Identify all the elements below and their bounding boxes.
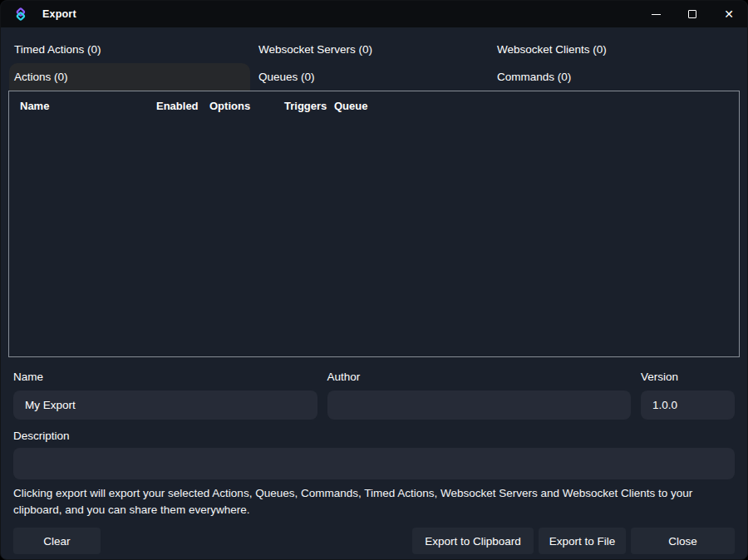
tab-timed-actions[interactable]: Timed Actions (0) [1, 36, 250, 63]
version-input[interactable] [641, 391, 735, 420]
maximize-button[interactable] [674, 1, 711, 27]
name-label: Name [13, 369, 317, 386]
window-title: Export [42, 8, 76, 20]
description-label: Description [13, 428, 735, 445]
tab-row-2: Actions (0) Queues (0) Commands (0) [1, 63, 747, 91]
export-window: Export ✕ Timed Actions (0) Websocket Ser… [0, 0, 748, 560]
window-controls: ✕ [637, 1, 747, 27]
clear-button[interactable]: Clear [13, 528, 101, 554]
column-header-options[interactable]: Options [209, 100, 250, 112]
actions-table-body [9, 120, 739, 356]
close-dialog-button[interactable]: Close [631, 528, 735, 554]
field-labels-row: Name Author Version [13, 369, 735, 386]
minimize-button[interactable] [637, 1, 674, 27]
tab-queues[interactable]: Queues (0) [250, 63, 494, 91]
tab-actions[interactable]: Actions (0) [9, 63, 250, 91]
column-header-triggers[interactable]: Triggers [284, 100, 327, 112]
column-header-queue[interactable]: Queue [334, 100, 367, 112]
minimize-icon [652, 14, 661, 15]
tab-websocket-clients[interactable]: Websocket Clients (0) [494, 36, 748, 63]
titlebar: Export ✕ [1, 1, 747, 27]
column-header-enabled[interactable]: Enabled [156, 100, 199, 112]
version-label: Version [641, 369, 735, 386]
actions-table: Name Enabled Options Triggers Queue [8, 91, 740, 357]
author-label: Author [327, 369, 632, 386]
app-logo-icon [14, 7, 27, 21]
close-icon: ✕ [724, 8, 734, 20]
description-input[interactable] [13, 448, 735, 479]
button-row: Clear Export to Clipboard Export to File… [13, 528, 735, 554]
tab-row-1: Timed Actions (0) Websocket Servers (0) … [1, 36, 747, 63]
export-to-clipboard-button[interactable]: Export to Clipboard [412, 528, 534, 554]
export-category-tabs: Timed Actions (0) Websocket Servers (0) … [1, 36, 747, 91]
export-to-file-button[interactable]: Export to File [539, 528, 626, 554]
tab-websocket-servers[interactable]: Websocket Servers (0) [250, 36, 494, 63]
tab-commands[interactable]: Commands (0) [494, 63, 748, 91]
close-button[interactable]: ✕ [711, 1, 747, 27]
maximize-icon [688, 10, 696, 18]
author-input[interactable] [327, 391, 632, 420]
right-buttons-group: Export to Clipboard Export to File Close [412, 528, 735, 554]
export-form: Name Author Version Description Clicking… [1, 369, 747, 554]
column-header-name[interactable]: Name [20, 100, 49, 112]
fields-row [13, 391, 735, 420]
export-info-text: Clicking export will export your selecte… [13, 485, 735, 518]
name-input[interactable] [13, 391, 317, 420]
